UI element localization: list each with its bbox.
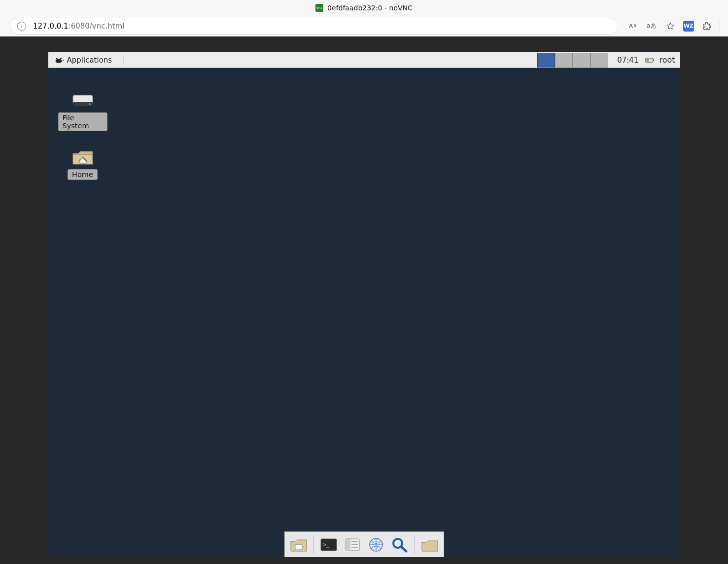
panel-right-group: 07:41 root <box>537 52 680 68</box>
wz-badge-icon[interactable]: WZ <box>683 21 694 32</box>
toolbar-right-group: A⇅ aあ WZ <box>627 20 720 32</box>
dock-separator <box>415 536 415 554</box>
text-size-label: A <box>629 23 633 30</box>
text-size-icon[interactable]: A⇅ <box>627 20 639 32</box>
svg-line-19 <box>401 547 406 551</box>
desktop-background[interactable]: File System Home <box>48 68 680 557</box>
svg-text:>_: >_ <box>323 542 330 548</box>
svg-rect-14 <box>351 541 358 542</box>
address-bar[interactable]: i 127.0.0.1:6080/vnc.html <box>10 18 618 35</box>
toolbar-divider <box>720 21 720 32</box>
dock-show-desktop[interactable] <box>288 535 310 555</box>
page-content: Applications ⋮ 07:41 root <box>0 36 728 564</box>
svg-rect-16 <box>351 547 358 548</box>
browser-titlebar: vnc 0efdfaadb232:0 - noVNC <box>0 0 728 16</box>
workspace-1[interactable] <box>537 53 555 68</box>
dock-separator <box>313 536 314 554</box>
browser-title: 0efdfaadb232:0 - noVNC <box>327 4 413 12</box>
desktop-icon-label: File System <box>58 112 107 131</box>
svg-rect-9 <box>295 545 302 550</box>
extensions-icon[interactable] <box>701 20 713 32</box>
desktop-icon-file-system[interactable]: File System <box>58 92 107 131</box>
browser-window: vnc 0efdfaadb232:0 - noVNC i 127.0.0.1:6… <box>0 0 728 564</box>
svg-point-1 <box>56 58 57 59</box>
workspace-2[interactable] <box>555 53 573 68</box>
browser-toolbar: i 127.0.0.1:6080/vnc.html A⇅ aあ WZ <box>0 16 728 36</box>
xfce-top-panel: Applications ⋮ 07:41 root <box>48 52 680 68</box>
dock-file-manager[interactable] <box>342 535 363 555</box>
dock-web-browser[interactable] <box>365 535 387 555</box>
panel-separator-icon: ⋮ <box>118 55 130 65</box>
favorites-icon[interactable] <box>664 20 676 32</box>
dock-terminal[interactable]: >_ <box>318 535 340 555</box>
desktop-icon-label: Home <box>68 169 98 180</box>
translate-icon[interactable]: aあ <box>646 20 658 32</box>
address-path: :6080/vnc.html <box>69 22 125 31</box>
address-host: 127.0.0.1 <box>33 22 69 31</box>
dock-home-folder[interactable] <box>419 535 441 555</box>
svg-point-0 <box>55 59 62 63</box>
panel-left-group: Applications ⋮ <box>48 52 130 68</box>
applications-label: Applications <box>67 56 112 65</box>
clock[interactable]: 07:41 <box>612 56 643 65</box>
applications-menu-button[interactable]: Applications <box>51 52 115 68</box>
home-folder-icon <box>71 148 94 166</box>
workspace-switcher[interactable] <box>537 53 608 68</box>
dock-search[interactable] <box>389 535 411 555</box>
favicon-icon: vnc <box>315 4 323 12</box>
svg-rect-15 <box>351 544 358 545</box>
vnc-canvas[interactable]: Applications ⋮ 07:41 root <box>48 52 680 557</box>
desktop-icon-home[interactable]: Home <box>58 148 107 180</box>
svg-point-8 <box>89 104 90 105</box>
svg-rect-4 <box>653 59 654 61</box>
battery-icon[interactable] <box>643 56 657 65</box>
site-info-icon[interactable]: i <box>17 22 26 31</box>
svg-point-2 <box>60 58 61 59</box>
user-label[interactable]: root <box>657 55 680 65</box>
svg-rect-13 <box>346 539 350 551</box>
xfce-bottom-dock: >_ <box>284 531 444 557</box>
xfce-logo-icon <box>54 56 64 64</box>
workspace-4[interactable] <box>590 53 608 68</box>
workspace-3[interactable] <box>573 53 590 68</box>
drive-icon <box>71 92 94 109</box>
svg-rect-5 <box>647 59 649 61</box>
